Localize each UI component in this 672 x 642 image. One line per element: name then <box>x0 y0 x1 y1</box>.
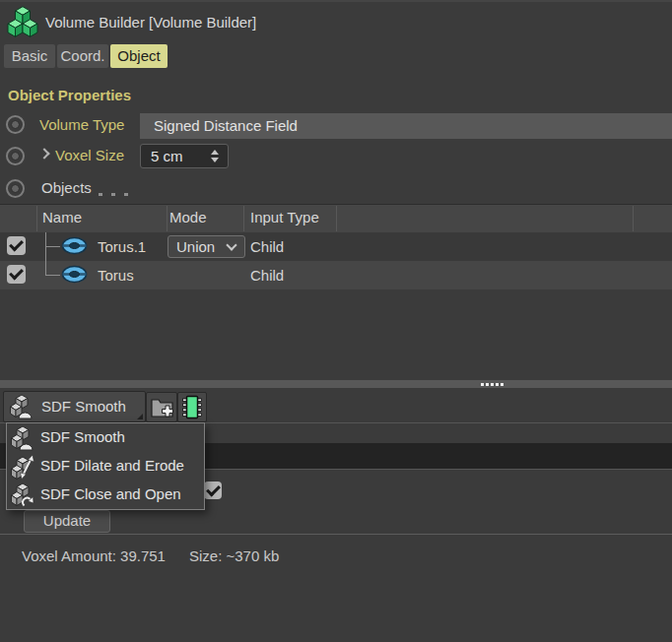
spinner-down-icon[interactable] <box>211 158 219 162</box>
menu-item-label: SDF Smooth <box>40 428 125 445</box>
keyframe-dot-voxel-size[interactable] <box>6 147 25 165</box>
column-divider[interactable] <box>336 206 337 231</box>
option-checkbox[interactable] <box>204 482 222 499</box>
menu-item-label: SDF Dilate and Erode <box>40 457 184 474</box>
folder-plus-icon <box>150 396 174 418</box>
input-type-value: Child <box>250 238 284 255</box>
tab-object[interactable]: Object <box>110 44 168 68</box>
column-divider[interactable] <box>167 206 168 231</box>
size-status: Size: ~370 kb <box>189 547 279 564</box>
objects-ellipsis-dot <box>99 193 102 196</box>
keyframe-dot-objects[interactable] <box>6 179 25 198</box>
mode-dropdown[interactable]: Union <box>168 235 245 258</box>
voxel-size-input[interactable]: 5 cm <box>140 144 229 168</box>
sdf-dilate-erode-icon <box>11 454 34 480</box>
volume-type-label: Volume Type <box>39 116 124 133</box>
menu-item-sdf-close-open[interactable]: SDF Close and Open <box>7 481 204 509</box>
tab-basic[interactable]: Basic <box>4 44 55 68</box>
panel-splitter-handle[interactable] <box>0 380 672 388</box>
voxel-size-value: 5 cm <box>141 145 228 167</box>
volume-builder-icon <box>7 5 38 40</box>
column-header-name[interactable]: Name <box>42 209 82 225</box>
add-folder-button[interactable] <box>146 392 177 422</box>
panel-title: Volume Builder [Volume Builder] <box>45 14 256 31</box>
sdf-operator-dropdown-button[interactable]: SDF Smooth <box>3 391 146 422</box>
objects-ellipsis-dot <box>111 193 115 196</box>
column-divider[interactable] <box>243 206 244 231</box>
section-title: Object Properties <box>8 87 131 103</box>
tab-coord[interactable]: Coord. <box>57 44 108 68</box>
column-header-input-type[interactable]: Input Type <box>250 209 319 225</box>
divider <box>0 534 672 535</box>
row-torus-enabled-checkbox[interactable] <box>7 265 26 284</box>
sdf-close-open-icon <box>11 482 34 508</box>
tree-line <box>45 246 60 247</box>
row-torus1-enabled-checkbox[interactable] <box>7 236 26 255</box>
torus-icon <box>61 265 88 284</box>
update-button[interactable]: Update <box>24 510 110 533</box>
tree-line <box>45 232 46 276</box>
menu-item-sdf-dilate-erode[interactable]: SDF Dilate and Erode <box>7 452 204 481</box>
volume-type-dropdown[interactable]: Signed Distance Field <box>140 113 672 139</box>
dropdown-corner-icon <box>137 414 143 419</box>
expander-arrow-icon[interactable] <box>38 148 49 159</box>
tree-line <box>45 275 60 276</box>
spinner-up-icon[interactable] <box>211 150 219 155</box>
sdf-operator-menu: SDF Smooth SDF Dilate and Erode <box>6 422 205 510</box>
volume-type-value: Signed Distance Field <box>140 113 672 139</box>
voxel-size-label: Voxel Size <box>55 147 124 163</box>
voxel-amount-status: Voxel Amount: 39.751 <box>22 547 166 564</box>
column-divider[interactable] <box>633 206 634 231</box>
torus-icon <box>61 236 88 255</box>
object-name[interactable]: Torus.1 <box>98 238 146 255</box>
column-header-mode[interactable]: Mode <box>169 209 207 225</box>
menu-item-label: SDF Close and Open <box>40 485 181 502</box>
sdf-smooth-icon <box>10 394 34 419</box>
menu-item-sdf-smooth[interactable]: SDF Smooth <box>7 423 204 452</box>
add-filter-chip-button[interactable] <box>177 392 207 422</box>
sdf-selected-label: SDF Smooth <box>41 398 126 415</box>
objects-label: Objects <box>41 179 92 196</box>
objects-ellipsis-dot <box>124 193 128 196</box>
attribute-manager-panel: Volume Builder [Volume Builder] Basic Co… <box>0 0 672 642</box>
keyframe-dot-volume-type[interactable] <box>6 115 25 134</box>
sdf-smooth-icon <box>11 425 34 451</box>
object-name[interactable]: Torus <box>98 267 134 284</box>
input-type-value: Child <box>250 267 284 284</box>
column-divider[interactable] <box>36 206 37 231</box>
green-chip-icon <box>179 395 205 420</box>
panel-top-edge <box>0 0 672 2</box>
